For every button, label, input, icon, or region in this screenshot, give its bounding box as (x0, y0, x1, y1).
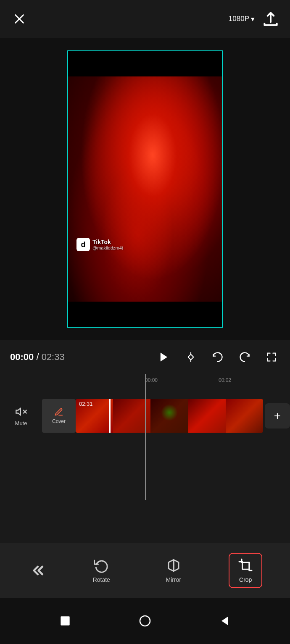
video-strip[interactable]: 02:31 (76, 399, 263, 433)
clip-container: Cover 02:31 + (42, 399, 290, 433)
mute-button[interactable]: Mute (0, 406, 42, 426)
svg-rect-4 (188, 354, 193, 360)
mirror-label: Mirror (166, 576, 181, 583)
svg-rect-13 (61, 616, 69, 625)
playback-buttons (156, 349, 280, 365)
add-clip-button[interactable]: + (265, 403, 290, 428)
redo-button[interactable] (236, 349, 253, 365)
timeline-cursor (145, 374, 146, 500)
resolution-arrow: ▾ (251, 15, 255, 24)
tiktok-text-block: TikTok @makiiddzm4t (92, 239, 123, 250)
top-right-controls: 1080P ▾ (229, 10, 280, 28)
svg-marker-3 (161, 353, 167, 362)
resolution-label: 1080P (229, 15, 249, 23)
stop-button[interactable] (56, 612, 74, 630)
top-bar: 1080P ▾ (0, 0, 290, 38)
undo-button[interactable] (209, 349, 226, 365)
svg-rect-12 (243, 563, 250, 570)
cover-label: Cover (52, 418, 66, 424)
frame-3 (150, 399, 188, 433)
video-content: d TikTok @makiiddzm4t (68, 51, 222, 327)
tiktok-logo-icon: d (76, 238, 90, 251)
system-nav (0, 598, 290, 644)
export-button[interactable] (261, 10, 280, 28)
svg-marker-15 (221, 616, 228, 625)
video-frame-content: d TikTok @makiiddzm4t (68, 76, 222, 302)
clip-duration: 02:31 (79, 401, 93, 407)
rotate-tool[interactable]: Rotate (84, 558, 118, 583)
time-display: 00:00 / 02:33 (10, 352, 65, 363)
playhead (109, 399, 111, 433)
mute-label: Mute (15, 420, 27, 426)
current-time: 00:00 (10, 352, 34, 362)
home-button[interactable] (136, 612, 154, 630)
back-button[interactable] (28, 561, 46, 580)
tiktok-watermark: d TikTok @makiiddzm4t (76, 238, 123, 251)
total-time: 02:33 (42, 352, 65, 362)
keyframe-button[interactable] (182, 349, 199, 365)
fullscreen-button[interactable] (263, 349, 280, 365)
strip-frames (76, 399, 263, 433)
frame-5 (226, 399, 263, 433)
cover-clip[interactable]: Cover (42, 399, 76, 433)
letterbox-bottom (68, 302, 222, 327)
tiktok-handle: @makiiddzm4t (92, 245, 123, 250)
tiktok-app-name: TikTok (92, 239, 123, 245)
mirror-tool[interactable]: Mirror (157, 558, 190, 583)
video-preview-area: d TikTok @makiiddzm4t (0, 38, 290, 340)
resolution-button[interactable]: 1080P ▾ (229, 15, 255, 24)
back-nav-button[interactable] (216, 612, 234, 630)
letterbox-top (68, 51, 222, 76)
time-separator: / (36, 352, 41, 362)
monster-visual (68, 76, 222, 302)
playback-controls-bar: 00:00 / 02:33 (0, 340, 290, 374)
svg-point-14 (140, 616, 150, 626)
crop-label: Crop (239, 576, 252, 583)
bottom-toolbar: Rotate Mirror Crop (0, 543, 290, 598)
rotate-label: Rotate (93, 576, 110, 583)
video-frame: d TikTok @makiiddzm4t (67, 50, 223, 328)
time-marker-0: 00:00 (145, 377, 158, 383)
svg-marker-7 (16, 408, 21, 415)
timeline: 00:00 00:02 Mute Cover 02:31 (0, 374, 290, 500)
frame-4 (188, 399, 226, 433)
play-button[interactable] (156, 349, 172, 365)
close-button[interactable] (10, 10, 29, 28)
crop-tool[interactable]: Crop (229, 553, 262, 588)
time-marker-2: 00:02 (219, 377, 231, 383)
